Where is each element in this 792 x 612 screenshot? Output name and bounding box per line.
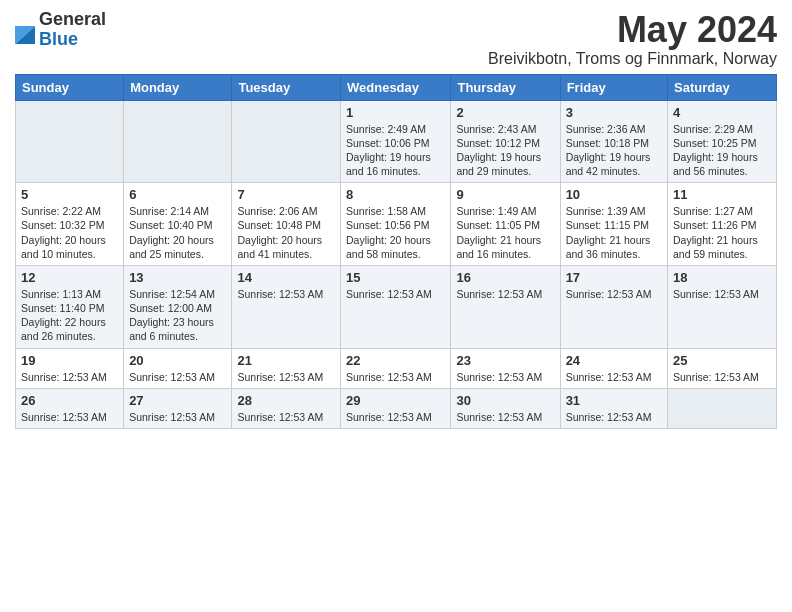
day-number: 14 [237, 270, 335, 285]
day-info: Sunrise: 2:29 AM Sunset: 10:25 PM Daylig… [673, 122, 771, 179]
day-cell: 7Sunrise: 2:06 AM Sunset: 10:48 PM Dayli… [232, 183, 341, 266]
day-header-sunday: Sunday [16, 74, 124, 100]
day-cell: 10Sunrise: 1:39 AM Sunset: 11:15 PM Dayl… [560, 183, 667, 266]
title-area: May 2024 Breivikbotn, Troms og Finnmark,… [488, 10, 777, 68]
day-info: Sunrise: 12:53 AM [456, 370, 554, 384]
calendar-body: 1Sunrise: 2:49 AM Sunset: 10:06 PM Dayli… [16, 100, 777, 428]
day-number: 24 [566, 353, 662, 368]
day-cell: 28Sunrise: 12:53 AM [232, 388, 341, 428]
logo: General Blue [15, 10, 106, 50]
day-number: 30 [456, 393, 554, 408]
day-number: 7 [237, 187, 335, 202]
day-number: 17 [566, 270, 662, 285]
day-info: Sunrise: 12:53 AM [456, 287, 554, 301]
day-cell: 2Sunrise: 2:43 AM Sunset: 10:12 PM Dayli… [451, 100, 560, 183]
day-cell: 1Sunrise: 2:49 AM Sunset: 10:06 PM Dayli… [341, 100, 451, 183]
day-info: Sunrise: 12:53 AM [566, 410, 662, 424]
header-row: SundayMondayTuesdayWednesdayThursdayFrid… [16, 74, 777, 100]
day-info: Sunrise: 12:53 AM [21, 410, 118, 424]
day-info: Sunrise: 12:53 AM [237, 287, 335, 301]
week-row-4: 19Sunrise: 12:53 AM20Sunrise: 12:53 AM21… [16, 348, 777, 388]
day-number: 26 [21, 393, 118, 408]
day-info: Sunrise: 12:53 AM [566, 370, 662, 384]
day-info: Sunrise: 12:53 AM [237, 370, 335, 384]
day-number: 21 [237, 353, 335, 368]
day-cell: 8Sunrise: 1:58 AM Sunset: 10:56 PM Dayli… [341, 183, 451, 266]
day-number: 12 [21, 270, 118, 285]
calendar-header: SundayMondayTuesdayWednesdayThursdayFrid… [16, 74, 777, 100]
day-cell: 21Sunrise: 12:53 AM [232, 348, 341, 388]
day-info: Sunrise: 2:49 AM Sunset: 10:06 PM Daylig… [346, 122, 445, 179]
week-row-3: 12Sunrise: 1:13 AM Sunset: 11:40 PM Dayl… [16, 265, 777, 348]
day-info: Sunrise: 2:22 AM Sunset: 10:32 PM Daylig… [21, 204, 118, 261]
day-cell: 20Sunrise: 12:53 AM [124, 348, 232, 388]
week-row-5: 26Sunrise: 12:53 AM27Sunrise: 12:53 AM28… [16, 388, 777, 428]
day-number: 23 [456, 353, 554, 368]
day-number: 5 [21, 187, 118, 202]
day-cell: 19Sunrise: 12:53 AM [16, 348, 124, 388]
day-number: 6 [129, 187, 226, 202]
day-info: Sunrise: 2:06 AM Sunset: 10:48 PM Daylig… [237, 204, 335, 261]
day-number: 25 [673, 353, 771, 368]
day-number: 22 [346, 353, 445, 368]
day-cell: 12Sunrise: 1:13 AM Sunset: 11:40 PM Dayl… [16, 265, 124, 348]
day-cell: 18Sunrise: 12:53 AM [668, 265, 777, 348]
day-cell: 27Sunrise: 12:53 AM [124, 388, 232, 428]
day-cell: 31Sunrise: 12:53 AM [560, 388, 667, 428]
day-number: 2 [456, 105, 554, 120]
day-header-tuesday: Tuesday [232, 74, 341, 100]
day-header-friday: Friday [560, 74, 667, 100]
logo-general-text: General [39, 10, 106, 30]
day-header-monday: Monday [124, 74, 232, 100]
day-number: 8 [346, 187, 445, 202]
day-info: Sunrise: 1:39 AM Sunset: 11:15 PM Daylig… [566, 204, 662, 261]
day-info: Sunrise: 12:53 AM [456, 410, 554, 424]
day-cell: 29Sunrise: 12:53 AM [341, 388, 451, 428]
day-header-saturday: Saturday [668, 74, 777, 100]
day-number: 27 [129, 393, 226, 408]
day-info: Sunrise: 12:54 AM Sunset: 12:00 AM Dayli… [129, 287, 226, 344]
day-number: 15 [346, 270, 445, 285]
day-number: 31 [566, 393, 662, 408]
day-cell: 23Sunrise: 12:53 AM [451, 348, 560, 388]
day-cell [232, 100, 341, 183]
day-cell: 11Sunrise: 1:27 AM Sunset: 11:26 PM Dayl… [668, 183, 777, 266]
day-cell: 24Sunrise: 12:53 AM [560, 348, 667, 388]
day-cell [668, 388, 777, 428]
day-cell [124, 100, 232, 183]
day-number: 20 [129, 353, 226, 368]
day-number: 11 [673, 187, 771, 202]
day-info: Sunrise: 12:53 AM [129, 370, 226, 384]
day-number: 9 [456, 187, 554, 202]
day-cell [16, 100, 124, 183]
day-info: Sunrise: 12:53 AM [346, 370, 445, 384]
day-info: Sunrise: 1:58 AM Sunset: 10:56 PM Daylig… [346, 204, 445, 261]
week-row-2: 5Sunrise: 2:22 AM Sunset: 10:32 PM Dayli… [16, 183, 777, 266]
day-cell: 30Sunrise: 12:53 AM [451, 388, 560, 428]
day-info: Sunrise: 2:36 AM Sunset: 10:18 PM Daylig… [566, 122, 662, 179]
logo-icon [15, 16, 35, 44]
day-number: 10 [566, 187, 662, 202]
day-cell: 6Sunrise: 2:14 AM Sunset: 10:40 PM Dayli… [124, 183, 232, 266]
day-info: Sunrise: 2:14 AM Sunset: 10:40 PM Daylig… [129, 204, 226, 261]
day-number: 29 [346, 393, 445, 408]
day-info: Sunrise: 12:53 AM [566, 287, 662, 301]
day-number: 4 [673, 105, 771, 120]
month-title: May 2024 [488, 10, 777, 50]
day-number: 13 [129, 270, 226, 285]
day-cell: 14Sunrise: 12:53 AM [232, 265, 341, 348]
day-cell: 13Sunrise: 12:54 AM Sunset: 12:00 AM Day… [124, 265, 232, 348]
day-info: Sunrise: 12:53 AM [21, 370, 118, 384]
location-title: Breivikbotn, Troms og Finnmark, Norway [488, 50, 777, 68]
day-info: Sunrise: 12:53 AM [237, 410, 335, 424]
day-header-wednesday: Wednesday [341, 74, 451, 100]
day-info: Sunrise: 1:49 AM Sunset: 11:05 PM Daylig… [456, 204, 554, 261]
page-header: General Blue May 2024 Breivikbotn, Troms… [15, 10, 777, 68]
day-number: 18 [673, 270, 771, 285]
day-number: 28 [237, 393, 335, 408]
day-cell: 26Sunrise: 12:53 AM [16, 388, 124, 428]
day-cell: 22Sunrise: 12:53 AM [341, 348, 451, 388]
day-info: Sunrise: 12:53 AM [346, 410, 445, 424]
day-header-thursday: Thursday [451, 74, 560, 100]
day-info: Sunrise: 2:43 AM Sunset: 10:12 PM Daylig… [456, 122, 554, 179]
